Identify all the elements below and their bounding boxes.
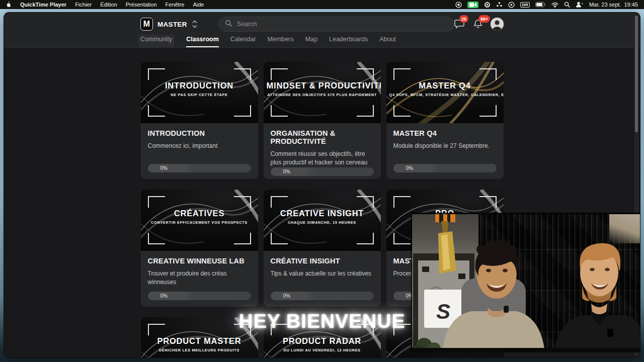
course-thumbnail: CREATIVE INSIGHTCHAQUE DIMANCHE, 15 HEUR… <box>264 190 381 251</box>
course-card[interactable]: MASTER Q4Q4 SOPS, BFCM, STRATÉGIE MASTER… <box>386 62 504 179</box>
frame-corner-icon <box>479 105 497 117</box>
course-thumbnail: INTRODUCTIONNE PAS SKIP CETTE ÉTAPE <box>141 62 258 123</box>
menu-item-fichier[interactable]: Fichier <box>75 2 92 8</box>
thumbnail-title: PRODUCT RADAR <box>267 336 378 346</box>
thumbnail-subtitle: NE PAS SKIP CETTE ÉTAPE <box>144 93 255 97</box>
dir-badge[interactable]: DIR <box>520 2 530 8</box>
menu-item-edition[interactable]: Édition <box>100 2 117 8</box>
menu-item-presentation[interactable]: Présentation <box>126 2 157 8</box>
frame-corner-icon <box>148 233 165 244</box>
menu-bar-date: Mar. 23 sept. <box>589 2 621 8</box>
webcam-scene: S <box>412 214 640 352</box>
frame-corner-icon <box>271 105 288 117</box>
tab-about[interactable]: About <box>379 36 396 47</box>
user-switch-icon[interactable] <box>576 2 584 8</box>
course-progress-label: 0% <box>283 169 290 174</box>
screen: QuickTime Player Fichier Édition Présent… <box>0 0 644 362</box>
spotlight-search-icon[interactable] <box>564 2 570 8</box>
control-center-icon[interactable] <box>496 2 503 8</box>
thumbnail-title: MINDSET & PRODUCTIVITÉ <box>267 81 378 90</box>
course-progress-label: 0% <box>406 165 413 171</box>
thumbnail-title: INTRODUCTION <box>144 81 255 90</box>
frame-corner-icon <box>393 105 411 117</box>
frame-corner-icon <box>357 196 374 208</box>
notifications-button[interactable]: 99+ <box>473 19 482 29</box>
tab-members[interactable]: Members <box>268 36 294 47</box>
search-bar[interactable] <box>218 17 454 32</box>
course-description: Trouver et produire des créas winneuses <box>148 269 251 287</box>
thumbnail-title: MASTER Q4 <box>389 81 501 90</box>
menu-item-app[interactable]: QuickTime Player <box>20 2 66 8</box>
course-thumbnail: CRÉATIVESCONVERTIR EFFICACEMENT VOS PROS… <box>141 190 258 251</box>
thumbnail-subtitle: DÉNICHER LES MEILLEURS PRODUITS <box>144 348 255 352</box>
thumbnail-subtitle: CONVERTIR EFFICACEMENT VOS PROSPECTS <box>144 220 255 225</box>
scrollbar-thumb[interactable] <box>635 16 638 132</box>
app-window: M MASTER 25 <box>4 12 640 358</box>
play-status-icon[interactable] <box>508 2 515 8</box>
menu-bar-clock[interactable]: Mar. 23 sept. 19:45 <box>589 2 638 8</box>
course-progress-bar: 0% <box>393 164 497 172</box>
chat-button[interactable]: 25 <box>454 19 465 29</box>
course-title: CREATIVE WINNEUSE LAB <box>148 257 251 265</box>
thumbnail-subtitle: ATTEINDRE SES OBJECTIFS 37X PLUS RAPIDEM… <box>267 93 378 97</box>
battery-icon[interactable] <box>535 2 546 7</box>
community-switcher-icon[interactable] <box>192 20 197 29</box>
course-progress-bar: 0% <box>271 167 374 176</box>
frame-corner-icon <box>393 233 411 244</box>
community-logo[interactable]: M <box>140 18 153 31</box>
wifi-icon[interactable] <box>551 2 558 8</box>
tab-classroom[interactable]: Classroom <box>186 36 219 47</box>
apple-menu-icon[interactable] <box>6 2 12 8</box>
tab-leaderboards[interactable]: Leaderboards <box>329 36 368 47</box>
thumbnail-title: PRODUCT MASTER <box>144 336 255 346</box>
record-status-icon[interactable] <box>455 2 462 8</box>
course-thumbnail: MINDSET & PRODUCTIVITÉATTEINDRE SES OBJE… <box>264 62 381 123</box>
nav-tabs: CommunityClassroomCalendarMembersMapLead… <box>140 32 504 47</box>
desk-shadow <box>412 348 640 352</box>
course-title: MASTER Q4 <box>393 129 497 137</box>
camera-active-icon[interactable] <box>467 2 478 8</box>
community-name[interactable]: MASTER <box>157 21 187 28</box>
course-card[interactable]: CREATIVE INSIGHTCHAQUE DIMANCHE, 15 HEUR… <box>264 190 381 307</box>
frame-corner-icon <box>271 233 288 244</box>
course-progress-label: 0% <box>160 165 168 171</box>
course-progress-bar: 0% <box>148 292 251 300</box>
course-title: ORGANISATION & PRODUCTIVITÉ <box>271 129 374 145</box>
frame-corner-icon <box>234 233 251 244</box>
course-thumbnail: MASTER Q4Q4 SOPS, BFCM, STRATÉGIE MASTER… <box>386 62 504 123</box>
course-progress-label: 0% <box>283 293 290 299</box>
thumbnail-subtitle: CHAQUE DIMANCHE, 15 HEURES <box>267 220 378 225</box>
menu-item-aide[interactable]: Aide <box>193 2 204 8</box>
menu-item-fenetre[interactable]: Fenêtre <box>166 2 185 8</box>
frame-corner-icon <box>234 105 251 117</box>
tab-community[interactable]: Community <box>138 35 175 47</box>
frame-corner-icon <box>148 105 165 117</box>
course-description: Commencez ici, important <box>148 142 251 150</box>
search-input[interactable] <box>236 20 448 28</box>
frame-corner-icon <box>393 196 411 208</box>
frame-corner-icon <box>234 196 251 208</box>
thumbnail-title: CRÉATIVES <box>144 209 255 218</box>
chat-badge: 25 <box>459 15 468 23</box>
frame-corner-icon <box>479 68 497 80</box>
frame-corner-icon <box>393 68 411 80</box>
tab-map[interactable]: Map <box>305 36 317 47</box>
frame-corner-icon <box>357 105 374 117</box>
course-card[interactable]: CRÉATIVESCONVERTIR EFFICACEMENT VOS PROS… <box>141 190 258 307</box>
screen-record-icon[interactable] <box>484 2 491 8</box>
frame-corner-icon <box>357 68 374 80</box>
course-title: CRÉATIVE INSIGHT <box>271 257 374 265</box>
user-avatar[interactable] <box>491 18 504 31</box>
course-card[interactable]: MINDSET & PRODUCTIVITÉATTEINDRE SES OBJE… <box>264 62 381 179</box>
course-description: Tips & value actuelle sur les créatives <box>271 269 374 278</box>
thumbnail-subtitle: DU LUNDI AU VENDREDI, 13 HEURES <box>267 348 378 352</box>
bag-letter: S <box>436 300 450 323</box>
tab-calendar[interactable]: Calendar <box>230 36 256 47</box>
course-progress-bar: 0% <box>148 164 251 172</box>
person-right <box>554 243 640 352</box>
course-card[interactable]: INTRODUCTIONNE PAS SKIP CETTE ÉTAPEINTRO… <box>141 62 258 179</box>
frame-corner-icon <box>148 68 165 80</box>
frame-corner-icon <box>148 196 165 208</box>
thumbnail-title: CREATIVE INSIGHT <box>267 209 378 218</box>
course-progress-label: 0% <box>160 293 168 299</box>
